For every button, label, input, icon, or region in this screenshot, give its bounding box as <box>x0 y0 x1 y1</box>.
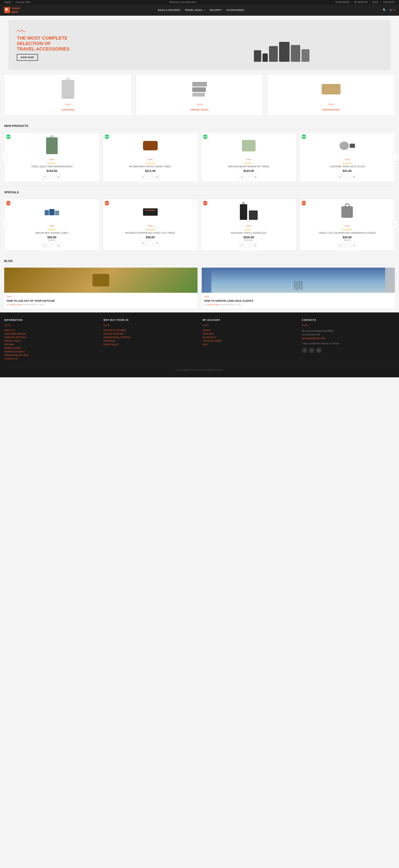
footer-account-col: MY ACCOUNT SIGN IN VIEW CART MY WISHLIST… <box>203 319 296 361</box>
cat-wave-luggage <box>8 103 127 106</box>
new-products-section: NEW PRODUCTS ‹ NEW ★★★★☆ TRAVEL SELECT A… <box>4 124 395 182</box>
company-hours: 7 Days a week from 9:00 am to 7:00 pm <box>302 342 395 345</box>
compare-button[interactable]: ⊞ <box>154 174 160 179</box>
footer-customer-service-link[interactable]: CUSTOMER SERVICE <box>4 333 97 335</box>
add-to-cart-button[interactable]: 🛒 <box>338 174 343 179</box>
blog-author-link[interactable]: ADMIN ADMIN <box>9 304 22 306</box>
hero-content: THE MOST COMPLETE SELECTION OF TRAVEL AC… <box>17 29 69 61</box>
footer-group-sales-link[interactable]: GROUP SALES <box>103 343 196 346</box>
footer-sign-in-link[interactable]: SIGN IN <box>203 329 296 332</box>
footer-orders-returns-link[interactable]: ORDERS AND RETURNS <box>4 354 97 356</box>
footer-advanced-search-link[interactable]: ADVANCED SEARCH <box>4 350 97 353</box>
footer-site-map-link[interactable]: SITE MAP <box>4 343 97 346</box>
add-to-wishlist-button[interactable]: ♡ <box>345 243 350 248</box>
footer-help-link[interactable]: HELP <box>203 343 296 346</box>
footer-copyright: © 2016 Magento Demo Store. All Rights Re… <box>4 365 395 371</box>
compare-button[interactable]: ⊞ <box>154 241 160 246</box>
nav-security[interactable]: SECURITY <box>210 9 222 11</box>
my-account-link[interactable]: MY ACCOUNT <box>336 1 349 3</box>
footer-about-us-link[interactable]: ABOUT US <box>4 329 97 332</box>
category-travel-bags[interactable]: TRAVEL BAGS <box>136 74 263 116</box>
add-to-wishlist-button[interactable]: ♡ <box>345 174 350 179</box>
product-wave <box>106 225 195 228</box>
product-name: MYGREEN TSA APPROVED CODED LOCK TRAVEL <box>106 231 195 234</box>
product-price-old: $214.00 <box>204 239 294 241</box>
language-selector[interactable]: English <box>4 1 11 3</box>
footer-contacts-col: CONTACTS My Company Glasgow G04 89GR Tel… <box>302 319 395 361</box>
header-right: 🔍 🛒 0 <box>383 8 395 12</box>
blog-author-link[interactable]: ADMIN ADMIN <box>207 304 219 306</box>
social-links: f t g+ <box>302 348 395 353</box>
compare-button[interactable]: ⊞ <box>56 174 61 179</box>
compare-button[interactable]: ⊞ <box>351 243 357 248</box>
footer-shipping-returns-link[interactable]: SHIPPING & RETURNS <box>103 329 196 332</box>
category-organizers[interactable]: ORGANIZERS <box>267 74 395 116</box>
googleplus-button[interactable]: g+ <box>316 348 322 353</box>
add-to-cart-button[interactable]: 🛒 <box>239 174 245 179</box>
product-wave <box>7 225 97 228</box>
specials-prev-button[interactable]: ‹ <box>2 220 7 229</box>
add-to-cart-button[interactable]: 🛒 <box>141 241 146 246</box>
cat-label-travel-bags[interactable]: TRAVEL BAGS <box>190 108 209 111</box>
cat-label-organizers[interactable]: ORGANIZERS <box>322 108 340 111</box>
compare-button[interactable]: ⊞ <box>253 174 258 179</box>
blog-link[interactable]: BLOG <box>372 1 378 3</box>
my-wishlist-link[interactable]: MY WISHLIST <box>354 1 368 3</box>
nav-accessories[interactable]: ACCESSORIES <box>226 9 244 11</box>
checkout-link[interactable]: CHECKOUT <box>383 1 395 3</box>
add-to-wishlist-button[interactable]: ♡ <box>246 243 251 248</box>
product-wave <box>106 158 195 161</box>
footer-template-settings-link[interactable]: TEMPLATE SETTINGS <box>4 336 97 339</box>
cart-button[interactable]: 🛒 0 <box>389 8 395 11</box>
blog-card: HOW TO SURVIVE LONG-HAUL FLIGHTS By ADMI… <box>202 268 395 308</box>
new-products-grid: ‹ NEW ★★★★☆ TRAVEL SELECT AMSTERDAM BUSI… <box>4 132 395 182</box>
sale-badge: SALE <box>302 201 306 206</box>
company-email-link[interactable]: info@demoLink.org <box>302 337 395 341</box>
footer-my-wishlist-link[interactable]: MY WISHLIST <box>203 336 296 339</box>
specials-next-button[interactable]: › <box>392 220 397 229</box>
nav-bags-holders[interactable]: BAGS & HOLDERS <box>158 9 180 11</box>
add-to-wishlist-button[interactable]: ♡ <box>49 174 54 179</box>
footer-affiliates-link[interactable]: AFFILIATES <box>103 340 196 342</box>
add-to-wishlist-button[interactable]: ♡ <box>148 241 153 246</box>
twitter-button[interactable]: t <box>309 348 314 353</box>
new-products-prev-button[interactable]: ‹ <box>2 153 7 161</box>
compare-button[interactable]: ⊞ <box>253 243 258 248</box>
footer-privacy-policy-link[interactable]: PRIVACY POLICY <box>4 340 97 342</box>
add-to-cart-button[interactable]: 🛒 <box>338 243 343 248</box>
product-wave <box>7 158 97 161</box>
footer-view-cart-link[interactable]: VIEW CART <box>203 333 296 335</box>
cat-label-luggage[interactable]: LUGGAGE <box>61 108 75 111</box>
add-to-cart-button[interactable]: 🛒 <box>239 243 245 248</box>
footer-grid: INFORMATION ABOUT US CUSTOMER SERVICE TE… <box>4 319 395 361</box>
sale-badge: SALE <box>6 201 11 206</box>
footer-secure-shopping-link[interactable]: SECURE SHOPPING <box>103 333 196 335</box>
compare-button[interactable]: ⊞ <box>56 243 61 248</box>
facebook-button[interactable]: f <box>302 348 307 353</box>
product-actions: 🛒 ♡ ⊞ <box>302 243 392 248</box>
currency-selector[interactable]: Currency: USD <box>16 1 30 3</box>
footer-wave <box>103 324 196 327</box>
cat-wave-organizers <box>272 103 391 106</box>
add-to-wishlist-button[interactable]: ♡ <box>246 174 251 179</box>
add-to-cart-button[interactable]: 🛒 <box>42 243 48 248</box>
footer-search-terms-link[interactable]: SEARCH TERMS <box>4 347 97 349</box>
add-to-cart-button[interactable]: 🛒 <box>141 174 146 179</box>
hero-cta-button[interactable]: SHOP NOW! <box>17 54 38 61</box>
hero-banner: THE MOST COMPLETE SELECTION OF TRAVEL AC… <box>8 20 391 70</box>
logo[interactable]: travel gear <box>4 6 20 13</box>
compare-button[interactable]: ⊞ <box>351 174 357 179</box>
add-to-cart-button[interactable]: 🛒 <box>42 174 48 179</box>
add-to-wishlist-button[interactable]: ♡ <box>148 174 153 179</box>
nav-travel-bags[interactable]: TRAVEL BAGS ▼ <box>184 9 205 11</box>
duffel-shape <box>143 141 158 150</box>
footer-track-order-link[interactable]: TRACK MY ORDER <box>203 340 296 342</box>
search-icon[interactable]: 🔍 <box>383 8 386 12</box>
divider-1 <box>4 120 395 120</box>
category-luggage[interactable]: LUGGAGE <box>4 74 132 116</box>
new-products-next-button[interactable]: › <box>392 153 397 161</box>
add-to-wishlist-button[interactable]: ♡ <box>49 243 54 248</box>
footer-why-title: WHY BUY FROM US <box>103 319 196 321</box>
footer-contact-us-link[interactable]: CONTACT US <box>4 358 97 360</box>
footer-international-shipping-link[interactable]: INTERNATIONAL SHIPPING <box>103 336 196 339</box>
